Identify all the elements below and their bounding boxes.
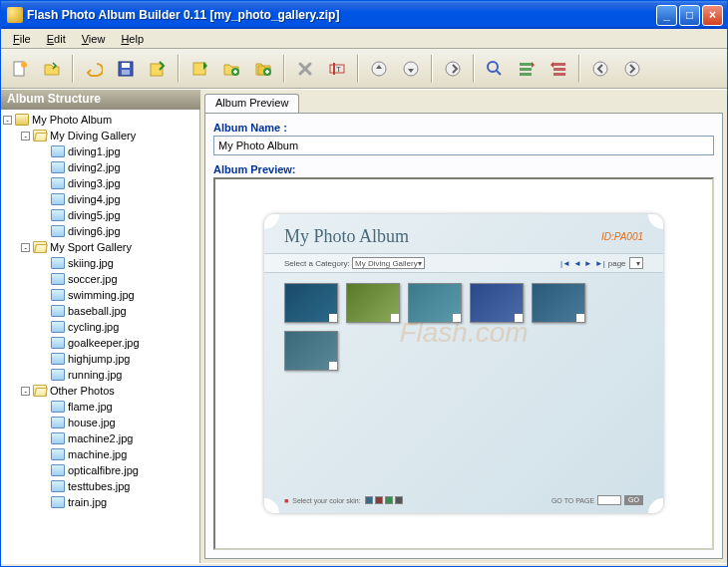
thumbnail[interactable] — [470, 283, 524, 323]
settings-remove-button[interactable] — [544, 54, 573, 84]
tree-file-node[interactable]: diving2.jpg — [39, 159, 197, 175]
move-up-button[interactable] — [364, 54, 394, 84]
undo-button[interactable] — [79, 54, 109, 84]
tab-panel: Album Name : Album Preview: My Photo Alb… — [204, 113, 723, 559]
settings-add-button[interactable] — [512, 54, 542, 84]
window-title: Flash Photo Album Builder 0.11 [my_photo… — [27, 8, 656, 22]
tree-file-node[interactable]: skiing.jpg — [39, 255, 197, 271]
menu-file[interactable]: File — [5, 31, 39, 47]
svg-rect-15 — [520, 63, 532, 66]
thumbnail[interactable] — [346, 283, 400, 323]
rename-button[interactable]: T — [322, 54, 352, 84]
prev-button[interactable] — [585, 54, 615, 84]
menubar: File Edit View Help — [1, 29, 727, 49]
tree-file-node[interactable]: running.jpg — [39, 367, 197, 383]
add-photos-button[interactable] — [248, 54, 278, 84]
tree-file-node[interactable]: diving5.jpg — [39, 207, 197, 223]
color-swatch[interactable] — [365, 496, 373, 504]
thumbnail[interactable] — [408, 283, 462, 323]
add-folder-button[interactable] — [216, 54, 246, 84]
menu-edit[interactable]: Edit — [39, 31, 74, 47]
tree-file-node[interactable]: opticalfibre.jpg — [39, 462, 197, 478]
color-swatch[interactable] — [395, 496, 403, 504]
tree-gallery-node[interactable]: -My Sport Gallery — [21, 239, 197, 255]
svg-point-14 — [488, 62, 498, 72]
search-button[interactable] — [480, 54, 510, 84]
album-tree[interactable]: -My Photo Album-My Diving Gallerydiving1… — [1, 110, 200, 563]
tree-file-node[interactable]: machine.jpg — [39, 446, 197, 462]
titlebar: Flash Photo Album Builder 0.11 [my_photo… — [1, 1, 727, 29]
tree-file-node[interactable]: diving3.jpg — [39, 175, 197, 191]
svg-text:T: T — [336, 65, 341, 74]
tree-file-node[interactable]: testtubes.jpg — [39, 478, 197, 494]
next-page-icon[interactable]: ► — [584, 259, 592, 268]
open-button[interactable] — [37, 54, 67, 84]
close-button[interactable]: × — [702, 5, 723, 26]
album-name-input[interactable] — [213, 136, 714, 155]
flash-category-label: Select a Category: — [284, 259, 350, 268]
first-page-icon[interactable]: |◄ — [560, 259, 570, 268]
minimize-button[interactable]: _ — [656, 5, 677, 26]
goto-button[interactable]: GO — [624, 495, 643, 505]
last-page-icon[interactable]: ►| — [595, 259, 605, 268]
svg-rect-18 — [553, 63, 565, 66]
app-window: Flash Photo Album Builder 0.11 [my_photo… — [0, 0, 728, 567]
svg-rect-17 — [520, 73, 532, 76]
statusbar — [1, 563, 727, 566]
thumbnail[interactable] — [284, 283, 338, 323]
page-select[interactable]: ▾ — [629, 257, 643, 269]
export-button[interactable] — [143, 54, 173, 84]
flash-logo-id: ID:PA001 — [601, 231, 643, 242]
preview-box: My Photo Album ID:PA001 Select a Categor… — [213, 177, 714, 550]
tree-file-node[interactable]: house.jpg — [39, 415, 197, 430]
flash-title: My Photo Album — [284, 226, 409, 247]
tree-file-node[interactable]: flame.jpg — [39, 399, 197, 415]
content-area: Album Preview Album Name : Album Preview… — [200, 90, 727, 563]
tree-gallery-node[interactable]: -My Diving Gallery — [21, 128, 197, 143]
move-down-button[interactable] — [396, 54, 426, 84]
add-item-button[interactable] — [184, 54, 214, 84]
tree-file-node[interactable]: swimming.jpg — [39, 287, 197, 303]
prev-page-icon[interactable]: ◄ — [573, 259, 581, 268]
tree-file-node[interactable]: baseball.jpg — [39, 303, 197, 319]
tree-file-node[interactable]: diving6.jpg — [39, 223, 197, 239]
tree-file-node[interactable]: diving1.jpg — [39, 143, 197, 159]
delete-button[interactable] — [290, 54, 320, 84]
svg-rect-20 — [553, 73, 565, 76]
tree-root-node[interactable]: -My Photo Album — [3, 112, 197, 128]
tree-file-node[interactable]: goalkeeper.jpg — [39, 335, 197, 351]
tab-album-preview[interactable]: Album Preview — [204, 94, 299, 114]
tree-file-node[interactable]: diving4.jpg — [39, 191, 197, 207]
thumbnail[interactable] — [532, 283, 585, 323]
tree-file-node[interactable]: cycling.jpg — [39, 319, 197, 335]
save-button[interactable] — [111, 54, 141, 84]
menu-view[interactable]: View — [74, 31, 114, 47]
color-swatches[interactable] — [365, 496, 403, 504]
flash-category-select[interactable]: My Diving Gallery ▾ — [352, 257, 425, 269]
skin-label: Select your color skin: — [292, 497, 360, 504]
goto-page-input[interactable] — [597, 495, 621, 505]
color-swatch[interactable] — [385, 496, 393, 504]
tree-file-node[interactable]: highjump.jpg — [39, 351, 197, 367]
svg-rect-4 — [122, 70, 130, 75]
app-icon — [7, 7, 23, 23]
menu-help[interactable]: Help — [113, 31, 152, 47]
svg-point-1 — [21, 62, 27, 68]
new-button[interactable] — [5, 54, 35, 84]
tree-file-node[interactable]: soccer.jpg — [39, 271, 197, 287]
maximize-button[interactable]: □ — [679, 5, 700, 26]
color-swatch[interactable] — [375, 496, 383, 504]
flash-pagination: |◄ ◄ ► ►| page ▾ — [560, 257, 643, 269]
thumbnail[interactable] — [284, 331, 338, 371]
flash-thumbnails: Flash.com — [264, 273, 663, 381]
page-label: page — [608, 259, 626, 268]
flash-album-preview: My Photo Album ID:PA001 Select a Categor… — [264, 214, 663, 513]
tree-file-node[interactable]: machine2.jpg — [39, 430, 197, 446]
tree-gallery-node[interactable]: -Other Photos — [21, 383, 197, 399]
next-button[interactable] — [617, 54, 647, 84]
tree-file-node[interactable]: train.jpg — [39, 494, 197, 510]
goto-label: GO TO PAGE — [551, 497, 594, 504]
sidebar-header: Album Structure — [1, 90, 200, 110]
refresh-button[interactable] — [438, 54, 468, 84]
svg-point-22 — [625, 62, 639, 76]
